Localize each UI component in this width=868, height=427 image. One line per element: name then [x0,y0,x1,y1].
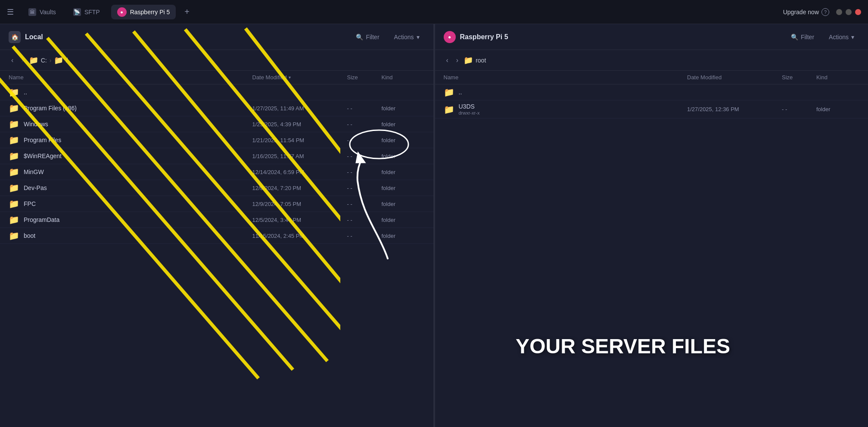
remote-path-root: root [476,57,486,64]
file-name: boot [24,232,35,239]
local-actions-button[interactable]: Actions ▾ [389,31,425,43]
local-col-size[interactable]: Size [347,74,382,81]
file-name-cell: 📁 boot [9,231,252,241]
remote-actions-button[interactable]: Actions ▾ [824,31,859,43]
table-row[interactable]: 📁 Program Files 1/21/2025, 11:54 PM - - … [0,132,433,148]
local-file-table[interactable]: Name Date Modified ▾ Size Kind 📁 .. [0,71,433,427]
file-name: .. [24,89,27,96]
remote-back-button[interactable]: ‹ [444,55,451,66]
local-forward-button[interactable]: › [19,55,26,66]
main-layout: 🏠 Local 🔍 Filter Actions ▾ ‹ › 📁 C: › 📁 … [0,24,868,427]
file-date: 12/9/2024, 7:05 PM [252,201,347,207]
file-kind: folder [382,217,425,223]
help-icon: ? [821,8,829,16]
file-kind: folder [382,185,425,191]
folder-icon: 📁 [9,135,19,145]
remote-forward-button[interactable]: › [454,55,461,66]
upgrade-button[interactable]: Upgrade now ? [783,8,829,16]
file-kind: folder [382,105,425,112]
file-kind: folder [382,137,425,143]
close-button[interactable]: ✕ [855,9,861,15]
local-pane-header: 🏠 Local 🔍 Filter Actions ▾ [0,24,433,50]
file-size: - - [347,169,382,175]
remote-col-kind[interactable]: Kind [816,74,859,81]
table-row[interactable]: 📁 Program Files (x86) 1/27/2025, 11:49 A… [0,100,433,116]
remote-pane: ● Raspberry Pi 5 🔍 Filter Actions ▾ ‹ › … [435,24,868,427]
file-name-cell: 📁 Program Files [9,135,252,145]
local-col-kind[interactable]: Kind [382,74,425,81]
sftp-tab-icon: 📡 [73,8,81,16]
local-col-date[interactable]: Date Modified ▾ [252,74,347,81]
table-row[interactable]: 📁 boot 11/15/2024, 2:45 PM - - folder [0,228,433,244]
remote-col-name[interactable]: Name [444,74,688,81]
remote-pane-icon: ● [444,31,456,43]
file-name: Windows [24,121,48,128]
file-name-wrapper: U3DS drwxr-xr-x [459,103,480,115]
tab-vaults[interactable]: 🏛 Vaults [22,6,62,19]
remote-title-text: Raspberry Pi 5 [460,33,508,41]
table-row[interactable]: 📁 Dev-Pas 12/9/2024, 7:20 PM - - folder [0,180,433,196]
file-name-cell: 📁 .. [9,87,252,97]
file-size: - - [347,121,382,128]
minimize-button[interactable]: — [836,9,842,15]
file-name-cell: 📁 FPC [9,199,252,209]
file-date: 12/9/2024, 7:20 PM [252,185,347,191]
table-row[interactable]: 📁 Windows 1/25/2025, 4:39 PM - - folder [0,116,433,132]
file-name-cell: 📁 U3DS drwxr-xr-x [444,103,688,115]
folder-icon: 📁 [444,104,454,115]
vaults-tab-label: Vaults [40,9,56,16]
sort-icon: ▾ [289,75,291,80]
remote-col-date[interactable]: Date Modified [687,74,782,81]
file-name: FPC [24,200,36,207]
file-name-cell: 📁 Windows [9,119,252,129]
table-row[interactable]: 📁 .. [435,84,868,100]
table-row[interactable]: 📁 $WinREAgent 1/16/2025, 11:57 AM - - fo… [0,148,433,164]
file-kind: folder [382,201,425,207]
folder-icon: 📁 [9,183,19,193]
raspberry-tab-label: Raspberry Pi 5 [130,9,170,16]
remote-file-table[interactable]: Name Date Modified Size Kind 📁 .. [435,71,868,427]
file-size: - - [347,137,382,143]
local-col-name[interactable]: Name [9,74,252,81]
add-tab-button[interactable]: + [181,5,193,19]
file-name: ProgramData [24,216,59,223]
remote-breadcrumb: ‹ › 📁 root [435,50,868,71]
table-row[interactable]: 📁 MinGW 12/14/2024, 6:59 PM - - folder [0,164,433,180]
file-name: .. [459,89,462,96]
remote-filter-button[interactable]: 🔍 Filter [787,31,818,43]
file-name: Program Files [24,137,61,143]
local-breadcrumb: ‹ › 📁 C: › 📁 / [0,50,433,71]
tab-sftp[interactable]: 📡 SFTP [67,6,106,19]
local-path-c: C: [41,57,47,64]
file-name: Dev-Pas [24,184,47,191]
remote-actions-chevron-icon: ▾ [851,34,854,41]
file-size: - - [347,233,382,239]
remote-actions-label: Actions [829,34,849,41]
table-row-u3ds[interactable]: 📁 U3DS drwxr-xr-x 1/27/2025, 12:36 PM - … [435,100,868,118]
remote-col-size[interactable]: Size [782,74,816,81]
file-kind: folder [382,169,425,175]
file-name: $WinREAgent [24,153,62,159]
table-row[interactable]: 📁 FPC 12/9/2024, 7:05 PM - - folder [0,196,433,212]
maximize-button[interactable]: □ [846,9,852,15]
local-filter-button[interactable]: 🔍 Filter [352,31,383,43]
table-row[interactable]: 📁 .. [0,84,433,100]
local-actions-chevron-icon: ▾ [417,34,420,41]
remote-search-icon: 🔍 [791,34,798,41]
file-name-cell: 📁 ProgramData [9,215,252,225]
file-name: U3DS [459,103,475,110]
file-date: 12/5/2024, 3:44 PM [252,217,347,223]
folder-icon: 📁 [9,151,19,161]
pi-tab-icon: ● [117,7,127,17]
file-name-cell: 📁 MinGW [9,167,252,177]
folder-icon: 📁 [9,167,19,177]
sftp-tab-label: SFTP [84,9,100,16]
folder-icon: 📁 [9,87,19,97]
menu-icon[interactable]: ☰ [7,7,14,17]
table-row[interactable]: 📁 ProgramData 12/5/2024, 3:44 PM - - fol… [0,212,433,228]
file-date: 1/27/2025, 12:36 PM [687,106,782,112]
tab-raspberry[interactable]: ● Raspberry Pi 5 [111,5,176,19]
file-date: 1/25/2025, 4:39 PM [252,121,347,128]
folder-icon: 📁 [9,199,19,209]
local-back-button[interactable]: ‹ [9,55,16,66]
